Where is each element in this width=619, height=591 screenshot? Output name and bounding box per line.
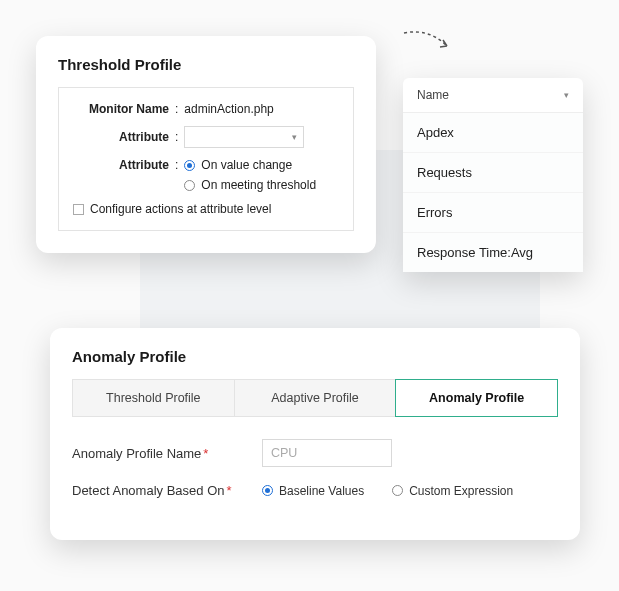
radio-custom-expression[interactable]: Custom Expression	[392, 484, 513, 498]
anomaly-name-label: Anomaly Profile Name*	[72, 446, 262, 461]
radio-icon	[262, 485, 273, 496]
label-text: Detect Anomaly Based On	[72, 483, 224, 498]
monitor-name-row: Monitor Name : adminAction.php	[73, 102, 339, 116]
colon: :	[175, 102, 178, 116]
dropdown-item-response-time[interactable]: Response Time:Avg	[403, 233, 583, 272]
detect-anomaly-radio-group: Baseline Values Custom Expression	[262, 484, 513, 498]
anomaly-name-row: Anomaly Profile Name* CPU	[72, 439, 558, 467]
configure-actions-row[interactable]: Configure actions at attribute level	[73, 202, 339, 216]
colon: :	[175, 158, 178, 172]
label-text: Anomaly Profile Name	[72, 446, 201, 461]
monitor-name-label: Monitor Name	[73, 102, 173, 116]
tab-anomaly-profile[interactable]: Anomaly Profile	[395, 379, 558, 417]
anomaly-tabs: Threshold Profile Adaptive Profile Anoma…	[72, 379, 558, 417]
chevron-down-icon: ▾	[564, 90, 569, 100]
attribute-radio-row: Attribute : On value change On meeting t…	[73, 158, 339, 192]
dropdown-item-errors[interactable]: Errors	[403, 193, 583, 233]
name-dropdown-panel: Name ▾ Apdex Requests Errors Response Ti…	[403, 78, 583, 272]
arrow-decoration	[399, 28, 459, 62]
radio-label: Baseline Values	[279, 484, 364, 498]
dropdown-item-requests[interactable]: Requests	[403, 153, 583, 193]
detect-anomaly-label: Detect Anomaly Based On*	[72, 483, 262, 498]
attribute-select-row: Attribute : ▾	[73, 126, 339, 148]
tab-threshold-profile[interactable]: Threshold Profile	[73, 380, 235, 416]
radio-baseline-values[interactable]: Baseline Values	[262, 484, 364, 498]
attribute-label: Attribute	[73, 130, 173, 144]
input-placeholder: CPU	[271, 446, 297, 460]
attribute-select[interactable]: ▾	[184, 126, 304, 148]
threshold-title: Threshold Profile	[58, 56, 354, 73]
dropdown-header-label: Name	[417, 88, 449, 102]
radio-label: Custom Expression	[409, 484, 513, 498]
colon: :	[175, 130, 178, 144]
threshold-profile-card: Threshold Profile Monitor Name : adminAc…	[36, 36, 376, 253]
radio-label: On meeting threshold	[201, 178, 316, 192]
chevron-down-icon: ▾	[292, 132, 297, 142]
attribute-radio-group: On value change On meeting threshold	[184, 158, 316, 192]
dropdown-item-apdex[interactable]: Apdex	[403, 113, 583, 153]
checkbox-icon	[73, 204, 84, 215]
anomaly-profile-card: Anomaly Profile Threshold Profile Adapti…	[50, 328, 580, 540]
tab-adaptive-profile[interactable]: Adaptive Profile	[235, 380, 397, 416]
required-star: *	[203, 446, 208, 461]
radio-icon	[392, 485, 403, 496]
detect-anomaly-row: Detect Anomaly Based On* Baseline Values…	[72, 483, 558, 498]
radio-icon	[184, 160, 195, 171]
required-star: *	[226, 483, 231, 498]
anomaly-title: Anomaly Profile	[72, 348, 558, 365]
configure-actions-label: Configure actions at attribute level	[90, 202, 271, 216]
radio-icon	[184, 180, 195, 191]
monitor-name-value: adminAction.php	[184, 102, 273, 116]
anomaly-name-input[interactable]: CPU	[262, 439, 392, 467]
attribute2-label: Attribute	[73, 158, 173, 172]
threshold-inner-box: Monitor Name : adminAction.php Attribute…	[58, 87, 354, 231]
dropdown-header[interactable]: Name ▾	[403, 78, 583, 113]
radio-on-value-change[interactable]: On value change	[184, 158, 316, 172]
radio-on-meeting-threshold[interactable]: On meeting threshold	[184, 178, 316, 192]
radio-label: On value change	[201, 158, 292, 172]
